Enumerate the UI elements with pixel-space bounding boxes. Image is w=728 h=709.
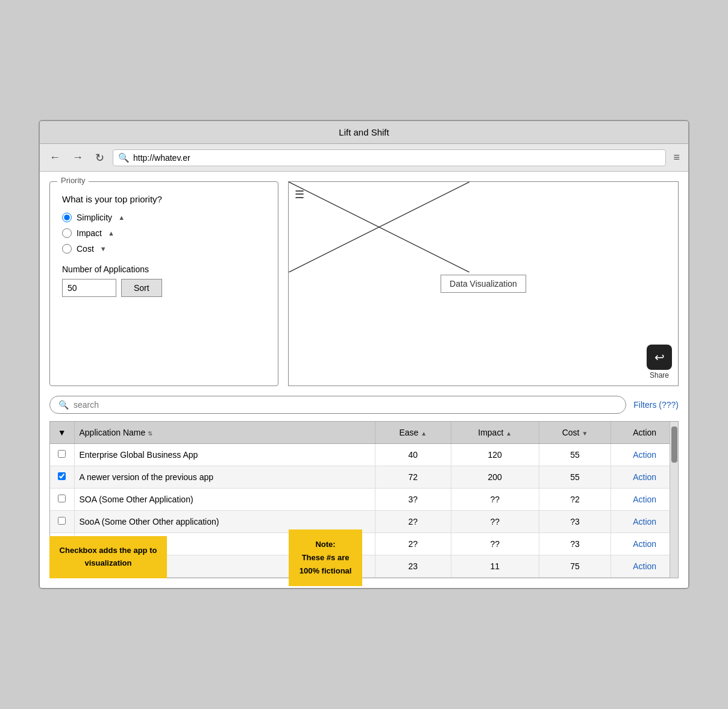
th-select-arrow: ▼	[58, 428, 66, 437]
priority-question: What is your top priority?	[62, 194, 266, 204]
row-impact-0: 120	[451, 444, 539, 466]
row-cost-5: 75	[539, 555, 611, 578]
radio-cost-label: Cost	[77, 244, 94, 254]
row-action-4[interactable]: Action	[633, 539, 656, 549]
search-section: 🔍 Filters (???)	[49, 396, 679, 414]
main-content: Priority What is your top priority? Simp…	[40, 172, 688, 588]
row-action-2[interactable]: Action	[633, 495, 656, 504]
table-row: SOA (Some Other Application)3????2Action	[50, 489, 678, 511]
th-name-sort-icon: ⇅	[148, 430, 152, 437]
row-ease-1: 72	[375, 466, 451, 489]
share-icon: ↩	[647, 345, 672, 370]
row-name-1: A newer version of the previous app	[74, 466, 375, 489]
search-icon: 🔍	[58, 400, 69, 410]
priority-option-simplicity: Simplicity ▲	[62, 213, 266, 222]
num-apps-label: Number of Applications	[62, 264, 266, 274]
th-impact-sort-icon: ▲	[506, 430, 512, 437]
num-apps-row: Sort	[62, 279, 266, 297]
row-cost-1: 55	[539, 466, 611, 489]
th-application-name[interactable]: Application Name ⇅	[74, 422, 375, 444]
row-ease-3: 2?	[375, 511, 451, 533]
radio-cost[interactable]	[62, 244, 72, 254]
table-section: ▼ Application Name ⇅ Ease ▲ Impact ▲	[49, 421, 679, 578]
row-action-0[interactable]: Action	[633, 450, 656, 460]
scrollbar-thumb[interactable]	[671, 426, 677, 463]
row-checkbox-0[interactable]	[58, 450, 66, 458]
th-action: Action	[611, 422, 678, 444]
window-title: Lift and Shift	[339, 127, 389, 137]
address-bar: 🔍	[113, 149, 666, 166]
radio-simplicity[interactable]	[62, 213, 72, 222]
forward-button[interactable]: →	[69, 150, 87, 165]
sticky-note-middle: Note:These #s are100% fictional	[289, 529, 363, 586]
search-icon: 🔍	[118, 152, 130, 163]
row-cost-0: 55	[539, 444, 611, 466]
th-impact[interactable]: Impact ▲	[451, 422, 539, 444]
row-ease-2: 3?	[375, 489, 451, 511]
row-impact-4: ??	[451, 533, 539, 555]
row-action-3[interactable]: Action	[633, 517, 656, 526]
nav-bar: ← → ↻ 🔍 ≡	[40, 144, 688, 172]
url-input[interactable]	[133, 153, 661, 163]
row-action-5[interactable]: Action	[633, 561, 656, 571]
radio-simplicity-label: Simplicity	[77, 213, 112, 222]
title-bar: Lift and Shift	[40, 121, 688, 144]
refresh-button[interactable]: ↻	[92, 150, 108, 166]
sticky-note-left: Checkbox adds the app to visualization	[49, 536, 167, 578]
row-impact-1: 200	[451, 466, 539, 489]
priority-panel: Priority What is your top priority? Simp…	[49, 181, 278, 386]
viz-cross-lines	[289, 182, 469, 272]
row-checkbox-2[interactable]	[58, 495, 66, 502]
row-checkbox-3[interactable]	[58, 517, 66, 525]
row-impact-5: 11	[451, 555, 539, 578]
radio-impact[interactable]	[62, 228, 72, 238]
cost-arrow: ▼	[100, 245, 107, 252]
row-cost-2: ?2	[539, 489, 611, 511]
num-apps-section: Number of Applications Sort	[62, 264, 266, 297]
row-ease-0: 40	[375, 444, 451, 466]
th-select[interactable]: ▼	[50, 422, 74, 444]
row-cost-4: ?3	[539, 533, 611, 555]
scrollbar[interactable]	[670, 422, 678, 578]
row-ease-4: 2?	[375, 533, 451, 555]
row-cost-3: ?3	[539, 511, 611, 533]
table-row: Enterprise Global Business App4012055Act…	[50, 444, 678, 466]
th-cost[interactable]: Cost ▼	[539, 422, 611, 444]
sort-button[interactable]: Sort	[121, 279, 162, 297]
th-ease-sort-icon: ▲	[421, 430, 427, 437]
impact-arrow: ▲	[108, 230, 115, 237]
num-apps-input[interactable]	[62, 279, 116, 297]
row-action-1[interactable]: Action	[633, 472, 656, 482]
share-button[interactable]: ↩ Share	[647, 345, 672, 379]
table-row: A newer version of the previous app72200…	[50, 466, 678, 489]
priority-radio-group: Simplicity ▲ Impact ▲ Cost ▼	[62, 213, 266, 254]
menu-icon[interactable]: ≡	[671, 149, 682, 166]
visualization-panel: ☰ Data Visualization ↩ Share	[288, 181, 679, 386]
row-impact-2: ??	[451, 489, 539, 511]
row-ease-5: 23	[375, 555, 451, 578]
priority-legend: Priority	[57, 176, 89, 185]
row-name-2: SOA (Some Other Application)	[74, 489, 375, 511]
radio-impact-label: Impact	[77, 228, 102, 238]
back-button[interactable]: ←	[46, 150, 64, 165]
simplicity-arrow: ▲	[118, 214, 125, 221]
th-cost-sort-icon: ▼	[582, 430, 588, 437]
search-bar: 🔍	[49, 396, 626, 414]
browser-window: Lift and Shift ← → ↻ 🔍 ≡ Priority What i…	[39, 120, 689, 589]
viz-label: Data Visualization	[441, 275, 526, 293]
row-checkbox-1[interactable]	[58, 472, 66, 480]
table-header-row: ▼ Application Name ⇅ Ease ▲ Impact ▲	[50, 422, 678, 444]
priority-option-impact: Impact ▲	[62, 228, 266, 238]
search-input[interactable]	[74, 400, 617, 410]
row-name-0: Enterprise Global Business App	[74, 444, 375, 466]
filters-link[interactable]: Filters (???)	[633, 400, 679, 410]
share-label: Share	[650, 371, 669, 379]
row-impact-3: ??	[451, 511, 539, 533]
th-ease[interactable]: Ease ▲	[375, 422, 451, 444]
priority-option-cost: Cost ▼	[62, 244, 266, 254]
table-row: SooA (Some Other Other application)2????…	[50, 511, 678, 533]
top-section: Priority What is your top priority? Simp…	[49, 181, 679, 386]
